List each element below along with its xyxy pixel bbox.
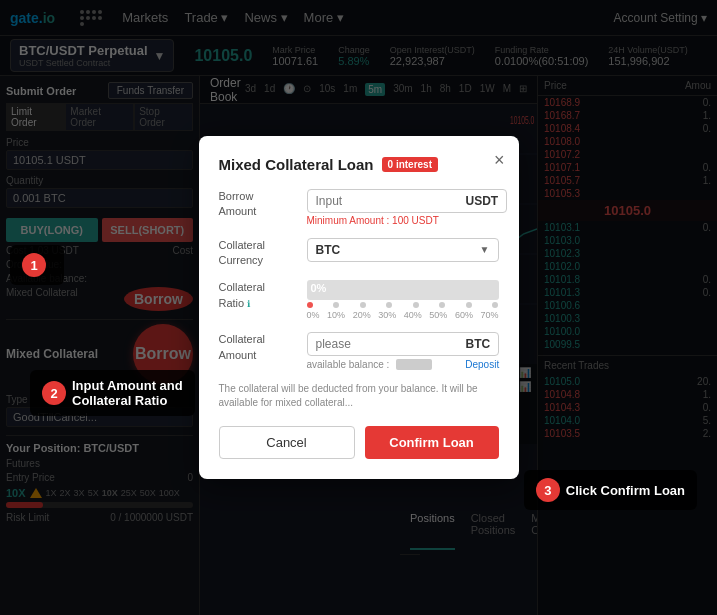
ratio-dot-7 [492,302,498,308]
available-value-masked: —— [396,359,432,370]
borrow-amount-input[interactable] [316,194,466,208]
borrow-amount-label: BorrowAmount [219,189,299,220]
collateral-currency-row: CollateralCurrency BTC ▼ [219,238,499,269]
modal-actions: Cancel Confirm Loan [219,426,499,459]
cancel-button[interactable]: Cancel [219,426,355,459]
mixed-collateral-modal: Mixed Collateral Loan 0 interest × Borro… [199,136,519,480]
collateral-ratio-label: CollateralRatio ℹ [219,280,299,311]
collateral-amount-input[interactable] [316,337,466,351]
collateral-amount-row: CollateralAmount BTC available balance :… [219,332,499,370]
collateral-amount-label: CollateralAmount [219,332,299,363]
collateral-currency-content: BTC ▼ [307,238,499,262]
ratio-dot-1 [333,302,339,308]
ratio-dot-0 [307,302,313,308]
ratio-dot-5 [439,302,445,308]
available-label: available balance : —— [307,359,433,370]
interest-badge: 0 interest [382,157,438,172]
ratio-dot-6 [466,302,472,308]
available-balance-row: available balance : —— Deposit [307,359,500,370]
collateral-ratio-content: 0% 0% 10% 20% 30% 40% [307,280,499,320]
currency-select[interactable]: BTC ▼ [307,238,499,262]
collateral-amount-content: BTC available balance : —— Deposit [307,332,500,370]
modal-title-text: Mixed Collateral Loan [219,156,374,173]
deposit-link[interactable]: Deposit [465,359,499,370]
currency-select-value: BTC [316,243,341,257]
ratio-bar[interactable]: 0% [307,280,499,300]
collateral-currency-label: CollateralCurrency [219,238,299,269]
modal-title-row: Mixed Collateral Loan 0 interest [219,156,499,173]
ratio-dot-4 [413,302,419,308]
modal-close-button[interactable]: × [494,150,505,171]
ratio-percent-label: 0% [311,282,327,294]
ratio-dot-2 [360,302,366,308]
collateral-amount-input-wrap: BTC [307,332,500,356]
ratio-dot-3 [386,302,392,308]
notice-text: The collateral will be deducted from you… [219,382,499,410]
borrow-amount-row: BorrowAmount USDT Minimum Amount : 100 U… [219,189,499,226]
ratio-ticks: 0% 10% 20% 30% 40% 50% 60% 70% [307,310,499,320]
collateral-ratio-row: CollateralRatio ℹ 0% 0% [219,280,499,320]
borrow-amount-input-wrap: USDT [307,189,508,213]
modal-overlay[interactable]: Mixed Collateral Loan 0 interest × Borro… [0,0,717,615]
currency-dropdown-icon: ▼ [480,244,490,255]
borrow-amount-content: USDT Minimum Amount : 100 USDT [307,189,508,226]
borrow-suffix: USDT [466,194,499,208]
confirm-loan-button[interactable]: Confirm Loan [365,426,499,459]
collateral-amount-suffix: BTC [466,337,491,351]
min-amount-text: Minimum Amount : 100 USDT [307,215,508,226]
ratio-tick-dots [307,302,499,308]
